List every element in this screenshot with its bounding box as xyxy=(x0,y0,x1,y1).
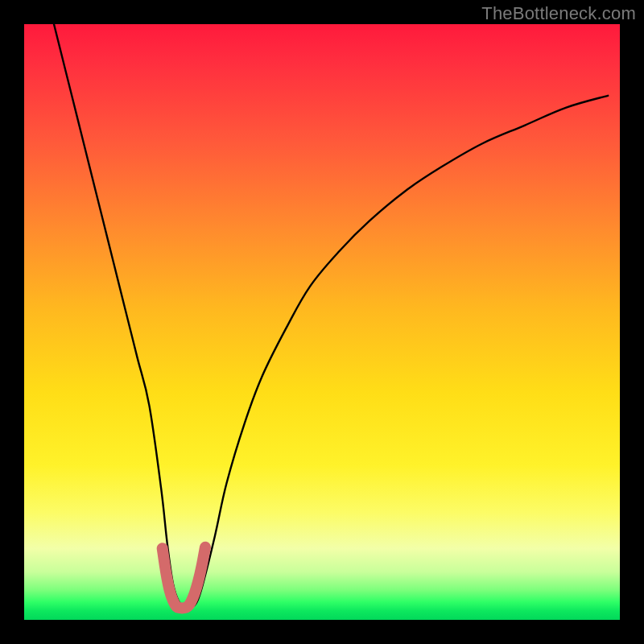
chart-svg xyxy=(24,24,620,620)
bottleneck-curve-path xyxy=(54,24,608,609)
watermark-text: TheBottleneck.com xyxy=(481,3,636,24)
chart-frame: TheBottleneck.com xyxy=(0,0,644,644)
